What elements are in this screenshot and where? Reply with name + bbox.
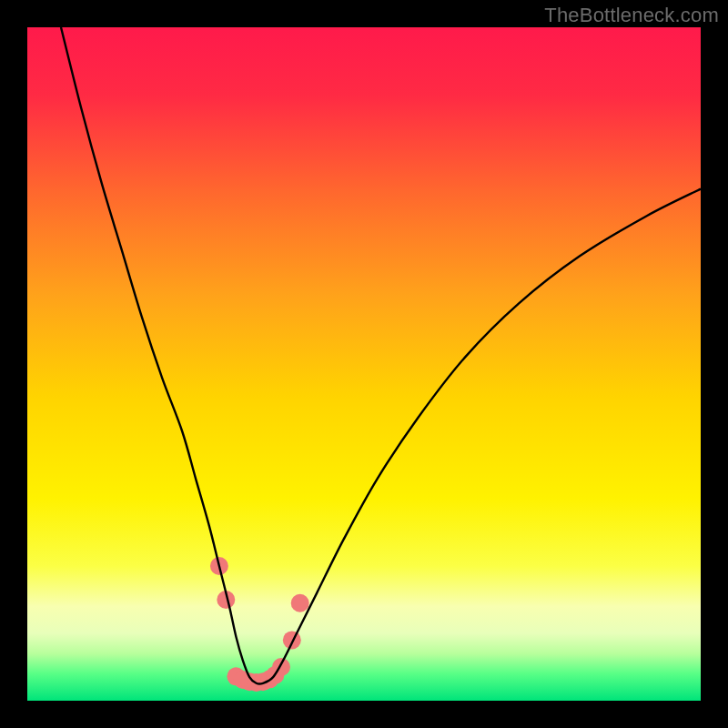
marker-dot [283,631,301,649]
gradient-background [27,27,701,701]
watermark-text: TheBottleneck.com [544,4,719,27]
chart-plot-area [27,27,701,701]
marker-dot [291,594,309,612]
chart-svg [27,27,701,701]
